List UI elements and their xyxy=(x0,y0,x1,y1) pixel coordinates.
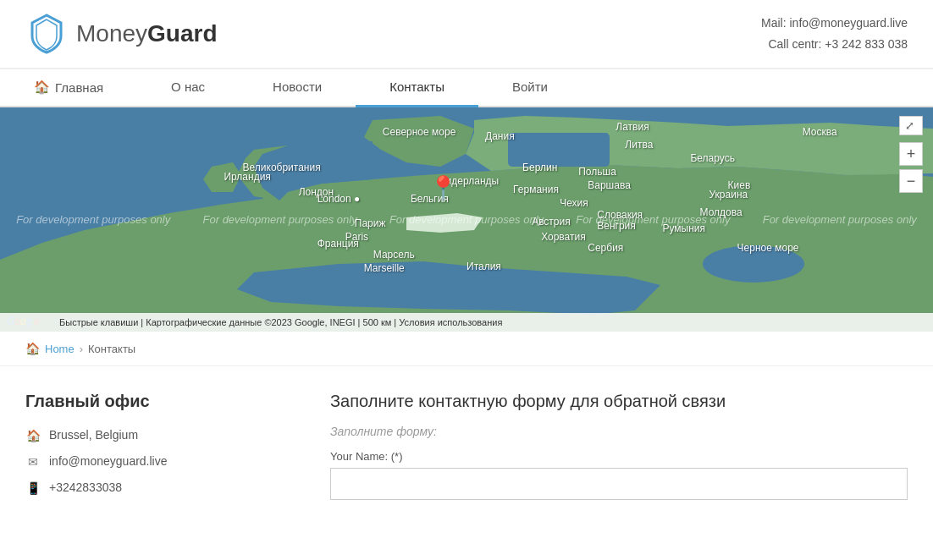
map-pin: 📍 xyxy=(428,174,458,202)
breadcrumb-current: Контакты xyxy=(88,343,135,355)
mail-info: Mail: info@moneyguard.live xyxy=(761,13,908,34)
office-phone: +3242833038 xyxy=(49,480,122,494)
svg-rect-6 xyxy=(508,133,610,167)
office-email: info@moneyguard.live xyxy=(49,454,168,468)
email-icon: ✉ xyxy=(25,455,41,469)
contact-form: Заполните контактную форму для обратной … xyxy=(330,392,908,507)
breadcrumb-home[interactable]: Home xyxy=(45,343,75,355)
nav-home[interactable]: 🏠 Главная xyxy=(0,69,137,107)
phone-icon: 📱 xyxy=(25,481,41,495)
name-field-label: Your Name: (*) xyxy=(330,450,908,463)
map-svg xyxy=(0,107,933,332)
header: MoneyGuard Mail: info@moneyguard.live Ca… xyxy=(0,0,933,69)
map-bottom-text: Быстрые клавиши | Картографические данны… xyxy=(59,317,502,327)
map-expand-button[interactable]: ⤢ xyxy=(899,116,923,135)
name-input[interactable] xyxy=(330,468,908,500)
contact-info: Mail: info@moneyguard.live Call centr: +… xyxy=(761,13,908,55)
nav-news[interactable]: Новости xyxy=(239,69,356,107)
map-container[interactable]: Северное море Великобритания Дания Латви… xyxy=(0,107,933,332)
svg-point-8 xyxy=(703,245,804,283)
office-email-row: ✉ info@moneyguard.live xyxy=(25,454,279,469)
breadcrumb-separator: › xyxy=(80,343,83,355)
zoom-in-button[interactable]: + xyxy=(899,142,923,166)
map-background: Северное море Великобритания Дания Латви… xyxy=(0,107,933,332)
nav-about[interactable]: О нас xyxy=(137,69,239,107)
phone-info: Call centr: +3 242 833 038 xyxy=(761,34,908,55)
logo: MoneyGuard xyxy=(25,13,218,55)
zoom-out-button[interactable]: − xyxy=(899,169,923,193)
main-content: Главный офис 🏠 Brussel, Belgium ✉ info@m… xyxy=(0,366,933,532)
office-address: Brussel, Belgium xyxy=(49,428,138,442)
location-icon: 🏠 xyxy=(25,429,41,442)
office-title: Главный офис xyxy=(25,392,279,411)
map-controls: ⤢ + − xyxy=(899,116,923,193)
form-title: Заполните контактную форму для обратной … xyxy=(330,392,908,411)
office-info: Главный офис 🏠 Brussel, Belgium ✉ info@m… xyxy=(25,392,279,507)
nav-login[interactable]: Войти xyxy=(478,69,582,107)
nav-contacts[interactable]: Контакты xyxy=(356,69,478,107)
breadcrumb-home-icon: 🏠 xyxy=(25,342,40,355)
logo-text: MoneyGuard xyxy=(76,20,218,47)
map-bottom-bar: Быстрые клавиши | Картографические данны… xyxy=(0,313,933,332)
form-subtitle: Заполните форму: xyxy=(330,425,908,438)
breadcrumb: 🏠 Home › Контакты xyxy=(0,332,933,366)
office-phone-row: 📱 +3242833038 xyxy=(25,480,279,495)
logo-icon xyxy=(25,13,68,55)
office-address-row: 🏠 Brussel, Belgium xyxy=(25,428,279,442)
home-icon: 🏠 xyxy=(34,80,50,95)
navbar: 🏠 Главная О нас Новости Контакты Войти xyxy=(0,69,933,107)
